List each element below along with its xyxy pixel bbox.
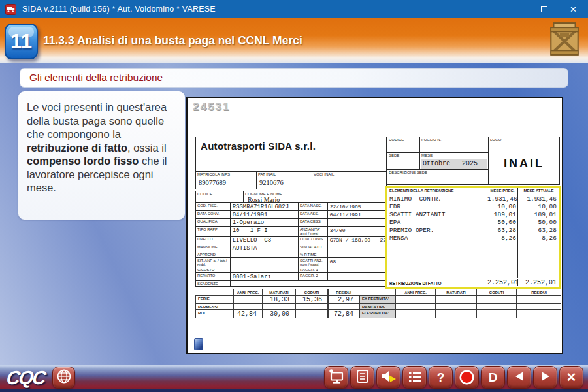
explanation-panel: Le voci presenti in quest'area della bus… bbox=[18, 91, 185, 220]
close-icon: ✕ bbox=[570, 5, 577, 14]
window-title: SIDA v.2111 (build 156) * Aut. Voldomino… bbox=[22, 5, 216, 14]
dictionary-button[interactable]: D bbox=[481, 366, 505, 389]
speaker-icon bbox=[380, 369, 397, 385]
globe-button[interactable] bbox=[52, 367, 75, 389]
foglio-label: FOGLIO N. bbox=[420, 137, 488, 142]
minimize-icon: — bbox=[510, 5, 519, 14]
payslip-header-right: CODICE FOGLIO N. SEDE MESE Ottobre 2025 … bbox=[387, 137, 560, 185]
field-row: C/COSTORAGGR. 1 bbox=[196, 267, 386, 273]
retribuzione-panel-highlighted: ELEMENTI DELLA RETRIBUZIONE MESE PREC. M… bbox=[385, 186, 561, 289]
company-name: Autotrasporti SIDA s.r.l. bbox=[196, 137, 386, 152]
audio-button[interactable] bbox=[376, 366, 400, 389]
pat-inail-cell: PAT INAIL 9210676 bbox=[257, 172, 312, 189]
leave-row: FERIE 18,33 15,36 2,97 EX FESTIVITA' bbox=[195, 295, 561, 304]
lesson-header: 11 11.3.3 Analisi di una busta paga nel … bbox=[0, 18, 588, 63]
field-row: SCADENZE bbox=[196, 281, 386, 287]
retribuzione-row: EPA50,0050,00 bbox=[387, 219, 559, 227]
retribuzione-total-row: RETRIBUZIONE DI FATTO 2.252,01 2.252,01 bbox=[387, 278, 559, 287]
field-row: MANSIONEAUTISTASINDACATO bbox=[196, 244, 386, 252]
logo-label: LOGO bbox=[489, 137, 559, 142]
chapter-badge: 11 bbox=[5, 24, 38, 59]
leave-row: ROL 42,84 30,00 72,84 FLESSIBILITA' bbox=[195, 310, 561, 318]
field-row: COD. FISC.RSSMRA71R16L682JDATA NASC.22/1… bbox=[196, 203, 386, 211]
close-window-button[interactable]: ✕ bbox=[559, 0, 588, 18]
cqc-logo: CQC bbox=[5, 367, 46, 389]
company-box: Autotrasporti SIDA s.r.l. MATRICOLA INPS… bbox=[195, 137, 387, 189]
question-icon: ? bbox=[437, 371, 445, 384]
section-title-bar: Gli elementi della retribuzione bbox=[20, 68, 568, 88]
employee-box: CODICE COGNOME E NOME Rossi Mario bbox=[195, 191, 387, 203]
next-button[interactable] bbox=[533, 366, 557, 389]
crate-icon bbox=[549, 21, 580, 61]
toolbar-buttons: ? D ✕ bbox=[322, 366, 583, 389]
minimize-button[interactable]: — bbox=[500, 0, 529, 18]
field-row: QUALIFICA1-OperaioDATA CESS. bbox=[196, 219, 386, 227]
company-ids-row: MATRICOLA INPS 89077689 PAT INAIL 921067… bbox=[196, 171, 386, 189]
previous-button[interactable] bbox=[507, 366, 531, 389]
payslip-doc-number: 24531 bbox=[193, 101, 230, 114]
descrizione-sede-label: DESCRIZIONE SEDE bbox=[387, 170, 488, 175]
text-page-button[interactable] bbox=[350, 366, 374, 389]
chapter-number: 11 bbox=[10, 30, 32, 54]
maximize-button[interactable] bbox=[529, 0, 559, 18]
record-button[interactable] bbox=[455, 366, 479, 389]
arrow-left-icon bbox=[513, 370, 526, 384]
retribuzione-row: MENSA8,268,26 bbox=[387, 235, 559, 242]
leave-row: PERMESSI BANCA ORE bbox=[195, 304, 561, 310]
mese-value: Ottobre 2025 bbox=[421, 159, 487, 169]
field-row: LIVELLOLIVELLO C3CCNL / DIVISG73N / 168,… bbox=[196, 237, 386, 244]
monitor-icon bbox=[328, 368, 345, 386]
explanation-text: Le voci presenti in quest'area della bus… bbox=[27, 101, 178, 195]
mese-label: MESE bbox=[420, 153, 488, 158]
help-button[interactable]: ? bbox=[429, 366, 453, 389]
app-truck-icon bbox=[5, 4, 16, 15]
window-controls: — ✕ bbox=[500, 0, 588, 18]
titlebar: SIDA v.2111 (build 156) * Aut. Voldomino… bbox=[0, 0, 588, 18]
payslip-image: 24531 Autotrasporti SIDA s.r.l. MATRICOL… bbox=[186, 97, 563, 354]
field-row: REPARTO0001-SalariRAGGR. 2 bbox=[196, 273, 386, 281]
leave-table: ANNI PREC. MATURATI GODUTI RESIDUI ANNI … bbox=[195, 289, 561, 317]
retribuzione-row: MINIMO CONTR.1.931,461.931,46 bbox=[387, 195, 559, 203]
document-icon bbox=[355, 369, 370, 385]
field-row: APPREND% P.TIME bbox=[196, 252, 386, 258]
index-list-button[interactable] bbox=[402, 366, 427, 389]
retribuzione-header: ELEMENTI DELLA RETRIBUZIONE MESE PREC. M… bbox=[387, 188, 559, 195]
stamp-icon bbox=[194, 338, 203, 350]
d-icon: D bbox=[489, 371, 498, 384]
field-row: TIPO RAPP10 1 F IANZIANITA' anni / mesi3… bbox=[196, 227, 386, 237]
retribuzione-filler bbox=[387, 242, 559, 278]
retribuzione-row: PREMIO OPER.63,2863,28 bbox=[387, 227, 559, 235]
section-title: Gli elementi della retribuzione bbox=[29, 72, 163, 84]
list-icon bbox=[408, 370, 422, 385]
voci-inail-cell: VOCI INAIL bbox=[312, 172, 386, 189]
leave-header-row: ANNI PREC. MATURATI GODUTI RESIDUI ANNI … bbox=[195, 289, 561, 295]
arrow-right-icon bbox=[539, 370, 552, 384]
codice-label: CODICE bbox=[387, 137, 419, 142]
field-row: SIT. ANF a. / tab / redd.SCATTI ANZ. num… bbox=[196, 258, 386, 268]
exit-button[interactable]: ✕ bbox=[559, 366, 583, 389]
retribuzione-row: SCATTI ANZIANIT189,01189,01 bbox=[387, 211, 559, 219]
lesson-title: 11.3.3 Analisi di una busta paga nel CCN… bbox=[43, 34, 302, 48]
field-row: DATA CONV.04/11/1991DATA ASS.04/11/1991 bbox=[196, 211, 386, 219]
close-x-icon: ✕ bbox=[566, 371, 577, 384]
inail-logo: INAIL bbox=[489, 157, 559, 171]
retribuzione-row: EDR10,0010,00 bbox=[387, 203, 559, 211]
globe-icon bbox=[56, 368, 72, 386]
bottom-toolbar: CQC bbox=[0, 365, 588, 392]
maximize-icon bbox=[541, 6, 547, 12]
main-content: Gli elementi della retribuzione Le voci … bbox=[0, 63, 588, 365]
app-window: SIDA v.2111 (build 156) * Aut. Voldomino… bbox=[0, 0, 588, 392]
matricola-inps-cell: MATRICOLA INPS 89077689 bbox=[196, 172, 257, 189]
employee-fields-table: COD. FISC.RSSMRA71R16L682JDATA NASC.22/1… bbox=[195, 203, 387, 287]
record-icon bbox=[461, 372, 472, 383]
sede-label: SEDE bbox=[387, 153, 419, 158]
screen-share-button[interactable] bbox=[324, 366, 348, 389]
